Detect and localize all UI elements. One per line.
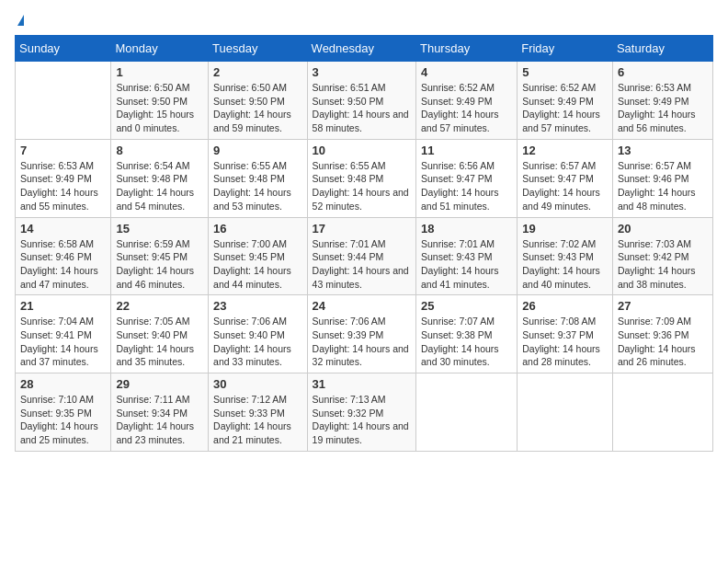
calendar-cell: 29Sunrise: 7:11 AMSunset: 9:34 PMDayligh… [111, 373, 209, 452]
day-info: Sunrise: 6:50 AMSunset: 9:50 PMDaylight:… [213, 81, 301, 135]
day-info: Sunrise: 7:11 AMSunset: 9:34 PMDaylight:… [116, 393, 203, 447]
calendar-cell: 26Sunrise: 7:08 AMSunset: 9:37 PMDayligh… [518, 295, 613, 373]
day-number: 20 [618, 222, 708, 236]
day-info: Sunrise: 7:08 AMSunset: 9:37 PMDaylight:… [522, 315, 608, 369]
calendar-table: SundayMondayTuesdayWednesdayThursdayFrid… [15, 35, 713, 452]
day-number: 8 [116, 144, 203, 157]
logo-triangle-icon [17, 15, 24, 26]
week-row-2: 7Sunrise: 6:53 AMSunset: 9:49 PMDaylight… [16, 139, 713, 217]
day-info: Sunrise: 6:57 AMSunset: 9:47 PMDaylight:… [522, 159, 608, 213]
calendar-cell: 10Sunrise: 6:55 AMSunset: 9:48 PMDayligh… [307, 139, 415, 217]
day-info: Sunrise: 6:57 AMSunset: 9:46 PMDaylight:… [618, 159, 708, 213]
day-number: 18 [421, 222, 512, 236]
day-info: Sunrise: 7:04 AMSunset: 9:41 PMDaylight:… [20, 315, 106, 369]
calendar-cell: 14Sunrise: 6:58 AMSunset: 9:46 PMDayligh… [16, 217, 111, 295]
calendar-cell: 24Sunrise: 7:06 AMSunset: 9:39 PMDayligh… [307, 295, 415, 373]
day-number: 23 [213, 299, 301, 313]
day-number: 27 [618, 299, 708, 313]
day-number: 5 [522, 65, 608, 79]
day-info: Sunrise: 7:05 AMSunset: 9:40 PMDaylight:… [116, 315, 203, 369]
day-info: Sunrise: 6:54 AMSunset: 9:48 PMDaylight:… [116, 159, 203, 213]
calendar-cell: 17Sunrise: 7:01 AMSunset: 9:44 PMDayligh… [307, 217, 415, 295]
day-info: Sunrise: 6:50 AMSunset: 9:50 PMDaylight:… [116, 81, 203, 135]
day-info: Sunrise: 7:12 AMSunset: 9:33 PMDaylight:… [213, 393, 301, 447]
day-info: Sunrise: 6:58 AMSunset: 9:46 PMDaylight:… [20, 237, 106, 292]
day-number: 17 [313, 222, 411, 236]
day-number: 14 [20, 222, 106, 236]
day-info: Sunrise: 7:06 AMSunset: 9:39 PMDaylight:… [313, 315, 411, 369]
week-row-3: 14Sunrise: 6:58 AMSunset: 9:46 PMDayligh… [16, 217, 713, 295]
day-number: 25 [421, 299, 512, 313]
calendar-cell: 20Sunrise: 7:03 AMSunset: 9:42 PMDayligh… [612, 217, 712, 295]
calendar-header-row: SundayMondayTuesdayWednesdayThursdayFrid… [16, 36, 713, 62]
day-number: 9 [213, 144, 301, 157]
calendar-cell [612, 373, 712, 452]
day-number: 30 [213, 377, 301, 391]
calendar-cell: 5Sunrise: 6:52 AMSunset: 9:49 PMDaylight… [518, 62, 613, 140]
calendar-cell: 28Sunrise: 7:10 AMSunset: 9:35 PMDayligh… [16, 373, 111, 452]
day-number: 21 [20, 299, 106, 313]
calendar-cell: 22Sunrise: 7:05 AMSunset: 9:40 PMDayligh… [111, 295, 209, 373]
calendar-cell: 4Sunrise: 6:52 AMSunset: 9:49 PMDaylight… [415, 62, 517, 140]
calendar-cell: 31Sunrise: 7:13 AMSunset: 9:32 PMDayligh… [307, 373, 415, 452]
calendar-cell: 13Sunrise: 6:57 AMSunset: 9:46 PMDayligh… [612, 139, 712, 217]
calendar-cell: 11Sunrise: 6:56 AMSunset: 9:47 PMDayligh… [415, 139, 517, 217]
day-number: 3 [313, 65, 411, 79]
calendar-cell: 6Sunrise: 6:53 AMSunset: 9:49 PMDaylight… [612, 62, 712, 140]
calendar-cell: 12Sunrise: 6:57 AMSunset: 9:47 PMDayligh… [518, 139, 613, 217]
day-info: Sunrise: 7:13 AMSunset: 9:32 PMDaylight:… [313, 393, 411, 447]
calendar-cell [415, 373, 517, 452]
day-number: 16 [213, 222, 301, 236]
week-row-5: 28Sunrise: 7:10 AMSunset: 9:35 PMDayligh… [16, 373, 713, 452]
day-number: 1 [116, 65, 203, 79]
day-info: Sunrise: 7:09 AMSunset: 9:36 PMDaylight:… [618, 315, 708, 369]
calendar-cell [16, 62, 111, 140]
week-row-4: 21Sunrise: 7:04 AMSunset: 9:41 PMDayligh… [16, 295, 713, 373]
week-row-1: 1Sunrise: 6:50 AMSunset: 9:50 PMDaylight… [16, 62, 713, 140]
header-col-monday: Monday [111, 36, 209, 62]
header-col-tuesday: Tuesday [209, 36, 307, 62]
calendar-cell: 27Sunrise: 7:09 AMSunset: 9:36 PMDayligh… [612, 295, 712, 373]
calendar-cell: 3Sunrise: 6:51 AMSunset: 9:50 PMDaylight… [307, 62, 415, 140]
day-number: 26 [522, 299, 608, 313]
day-info: Sunrise: 7:07 AMSunset: 9:38 PMDaylight:… [421, 315, 512, 369]
day-number: 28 [20, 377, 106, 391]
day-number: 24 [313, 299, 411, 313]
calendar-cell: 18Sunrise: 7:01 AMSunset: 9:43 PMDayligh… [415, 217, 517, 295]
header-col-saturday: Saturday [612, 36, 712, 62]
day-number: 2 [213, 65, 301, 79]
calendar-cell: 30Sunrise: 7:12 AMSunset: 9:33 PMDayligh… [209, 373, 307, 452]
day-info: Sunrise: 6:53 AMSunset: 9:49 PMDaylight:… [20, 159, 106, 213]
day-number: 6 [618, 65, 708, 79]
day-info: Sunrise: 6:52 AMSunset: 9:49 PMDaylight:… [522, 81, 608, 135]
calendar-cell: 2Sunrise: 6:50 AMSunset: 9:50 PMDaylight… [209, 62, 307, 140]
day-info: Sunrise: 7:01 AMSunset: 9:44 PMDaylight:… [313, 237, 411, 292]
day-number: 29 [116, 377, 203, 391]
day-number: 31 [313, 377, 411, 391]
header-col-sunday: Sunday [16, 36, 111, 62]
day-info: Sunrise: 6:59 AMSunset: 9:45 PMDaylight:… [116, 237, 203, 292]
calendar-cell: 21Sunrise: 7:04 AMSunset: 9:41 PMDayligh… [16, 295, 111, 373]
day-number: 13 [618, 144, 708, 157]
header-col-friday: Friday [518, 36, 613, 62]
day-number: 10 [313, 144, 411, 157]
day-number: 15 [116, 222, 203, 236]
day-number: 12 [522, 144, 608, 157]
day-info: Sunrise: 7:00 AMSunset: 9:45 PMDaylight:… [213, 237, 301, 292]
header-col-wednesday: Wednesday [307, 36, 415, 62]
day-info: Sunrise: 6:53 AMSunset: 9:49 PMDaylight:… [618, 81, 708, 135]
day-info: Sunrise: 7:06 AMSunset: 9:40 PMDaylight:… [213, 315, 301, 369]
calendar-cell: 19Sunrise: 7:02 AMSunset: 9:43 PMDayligh… [518, 217, 613, 295]
day-number: 7 [20, 144, 106, 157]
day-number: 22 [116, 299, 203, 313]
day-info: Sunrise: 7:03 AMSunset: 9:42 PMDaylight:… [618, 237, 708, 292]
day-info: Sunrise: 6:56 AMSunset: 9:47 PMDaylight:… [421, 159, 512, 213]
page-header [15, 15, 713, 26]
calendar-cell: 23Sunrise: 7:06 AMSunset: 9:40 PMDayligh… [209, 295, 307, 373]
calendar-cell: 8Sunrise: 6:54 AMSunset: 9:48 PMDaylight… [111, 139, 209, 217]
calendar-cell: 1Sunrise: 6:50 AMSunset: 9:50 PMDaylight… [111, 62, 209, 140]
calendar-cell: 16Sunrise: 7:00 AMSunset: 9:45 PMDayligh… [209, 217, 307, 295]
day-number: 4 [421, 65, 512, 79]
calendar-cell: 25Sunrise: 7:07 AMSunset: 9:38 PMDayligh… [415, 295, 517, 373]
calendar-cell: 7Sunrise: 6:53 AMSunset: 9:49 PMDaylight… [16, 139, 111, 217]
